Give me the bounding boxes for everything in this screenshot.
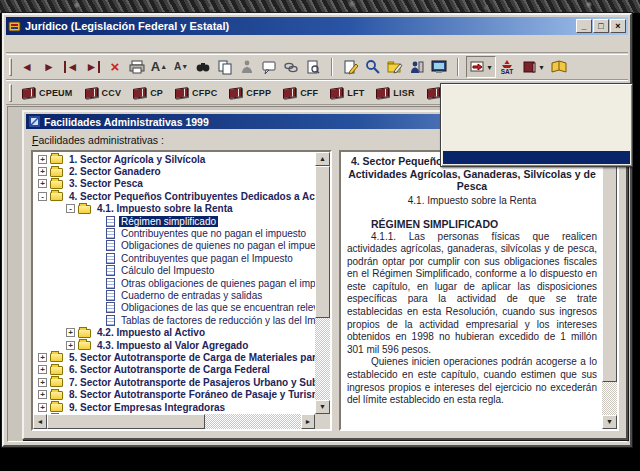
tree-toggle-icon[interactable] [94, 279, 103, 288]
dropdown-menu-item[interactable] [443, 138, 630, 151]
tree-item[interactable]: + 7. Sector Autotransporte de Pasajeros … [33, 376, 315, 388]
tree-toggle-icon[interactable]: - [38, 192, 47, 201]
tree-item[interactable]: Cálculo del Impuesto [33, 265, 315, 277]
tree-toggle-icon[interactable] [94, 254, 103, 263]
tree-item[interactable]: Otras obligaciones de quienes pagan el i… [33, 277, 315, 289]
tree-toggle-icon[interactable] [94, 316, 103, 325]
maximize-button[interactable]: □ [593, 19, 609, 33]
scroll-up-icon[interactable]: ▲ [315, 152, 330, 166]
tree-item[interactable]: + 2. Sector Ganadero [33, 165, 315, 177]
dropdown-menu-item[interactable] [443, 125, 630, 138]
tree-item[interactable]: - 4.1. Impuesto sobre la Renta [33, 203, 315, 215]
copy-button[interactable] [214, 56, 236, 78]
dropdown-menu-item[interactable] [443, 86, 630, 99]
tree-item[interactable]: - 4. Sector Pequeños Contribuyentes Dedi… [33, 190, 315, 202]
tree-item[interactable]: + 8. Sector Autotransporte Foráneo de Pa… [33, 388, 315, 400]
comment-button[interactable] [258, 56, 280, 78]
search-button[interactable] [192, 56, 214, 78]
first-button[interactable]: ◄ [60, 56, 82, 78]
tree-toggle-icon[interactable]: + [38, 365, 47, 374]
close-doc-button[interactable]: × [104, 56, 126, 78]
law-book-button[interactable]: CFPP [223, 82, 277, 104]
tree-toggle-icon[interactable]: + [38, 179, 47, 188]
tree-toggle-icon[interactable]: - [66, 204, 75, 213]
tree-item[interactable]: Obligaciones de quienes no pagan el impu… [33, 240, 315, 252]
law-book-button[interactable]: CFPC [169, 82, 223, 104]
tree-toggle-icon[interactable]: + [38, 167, 47, 176]
back-button[interactable]: ◄ [16, 56, 38, 78]
tree-item[interactable]: Contribuyentes que no pagan el impuesto [33, 227, 315, 239]
last-button[interactable]: ► [82, 56, 104, 78]
tree-toggle-icon[interactable] [94, 266, 103, 275]
tree-horizontal-scrollbar[interactable]: ◄ ► [33, 414, 315, 429]
tree-item[interactable]: + 1. Sector Agrícola y Silvícola [33, 153, 315, 165]
scrollbar-thumb[interactable] [315, 166, 330, 318]
tree-toggle-icon[interactable]: + [66, 341, 75, 350]
facilidades-dropdown-button[interactable]: ▾ [466, 56, 496, 78]
font-increase-button[interactable]: A▲ [148, 56, 170, 78]
tree-toggle-icon[interactable] [94, 229, 103, 238]
scroll-down-icon[interactable]: ▼ [602, 415, 617, 429]
forward-button[interactable]: ► [38, 56, 60, 78]
person-directory-button[interactable] [406, 56, 428, 78]
law-book-button[interactable]: CFF [277, 82, 324, 104]
tree-item[interactable]: + 4.2. Impuesto al Activo [33, 326, 315, 338]
tree-item[interactable]: + 4.3. Impuesto al Valor Agregado [33, 339, 315, 351]
tree-toggle-icon[interactable]: + [38, 403, 47, 412]
law-book-button[interactable]: LFT [324, 82, 370, 104]
tree-item[interactable]: + 6. Sector Autotransporte de Carga Fede… [33, 364, 315, 376]
tree-item[interactable]: + 9. Sector Empresas Integradoras [33, 401, 315, 413]
send-button[interactable] [236, 56, 258, 78]
tree-toggle-icon[interactable] [94, 291, 103, 300]
menubar-item[interactable] [20, 43, 34, 45]
font-decrease-button[interactable]: A▼ [170, 56, 192, 78]
tree-item[interactable]: Obligaciones de las que se encuentran re… [33, 302, 315, 314]
tree-vertical-scrollbar[interactable]: ▲ ▼ [315, 152, 330, 414]
tree-toggle-icon[interactable]: + [38, 378, 47, 387]
tree-toggle-icon[interactable]: + [66, 328, 75, 337]
edit-document-button[interactable] [340, 56, 362, 78]
document-vertical-scrollbar[interactable]: ▲ ▼ [602, 152, 617, 429]
tree-item[interactable]: Contribuyentes que pagan el Impuesto [33, 252, 315, 264]
law-book-button[interactable]: CCV [79, 82, 128, 104]
tree-item[interactable]: Cuaderno de entradas y salidas [33, 289, 315, 301]
scrollbar-thumb[interactable] [602, 166, 617, 382]
dropdown-menu-item[interactable] [443, 112, 630, 125]
sat-button[interactable]: SAT [496, 56, 518, 78]
toolbar-grip[interactable] [9, 58, 12, 76]
tree-item[interactable]: Régimen simplificado [33, 215, 315, 227]
scroll-right-icon[interactable]: ► [301, 414, 315, 429]
dropdown-menu-item[interactable] [443, 151, 630, 164]
tree-toggle-icon[interactable]: + [38, 155, 47, 164]
edit-folder-button[interactable] [384, 56, 406, 78]
yellow-book-button[interactable] [548, 56, 570, 78]
law-book-button[interactable]: CP [127, 82, 169, 104]
menubar-item[interactable] [34, 43, 48, 45]
tree-toggle-icon[interactable] [94, 241, 103, 250]
law-book-button[interactable]: CPEUM [16, 82, 79, 104]
tree-toggle-icon[interactable]: + [38, 390, 47, 399]
menubar-item[interactable] [62, 43, 76, 45]
screen-button[interactable] [428, 56, 450, 78]
book-menu-button[interactable]: ▾ [518, 56, 548, 78]
tree-item[interactable]: Tablas de factores de reducción y las de… [33, 314, 315, 326]
print-button[interactable] [126, 56, 148, 78]
scrollbar-thumb[interactable] [47, 414, 205, 429]
document-search-button[interactable] [362, 56, 384, 78]
toolbar-grip[interactable] [9, 84, 12, 102]
page-preview-button[interactable] [302, 56, 324, 78]
menubar-item[interactable] [76, 43, 90, 45]
dropdown-menu-item[interactable] [443, 99, 630, 112]
scroll-down-icon[interactable]: ▼ [315, 400, 330, 414]
minimize-button[interactable]: _ [576, 19, 592, 33]
law-book-button[interactable]: LISR [370, 82, 420, 104]
link-button[interactable] [280, 56, 302, 78]
close-button[interactable]: × [610, 19, 626, 33]
tree-item[interactable]: + 3. Sector Pesca [33, 178, 315, 190]
tree-item[interactable]: + 5. Sector Autotransporte de Carga de M… [33, 351, 315, 363]
tree-toggle-icon[interactable]: + [38, 353, 47, 362]
tree-toggle-icon[interactable] [94, 217, 103, 226]
titlebar[interactable]: Jurídico (Legislación Federal y Estatal)… [6, 17, 628, 35]
scroll-left-icon[interactable]: ◄ [33, 414, 47, 429]
tree-toggle-icon[interactable] [94, 303, 103, 312]
